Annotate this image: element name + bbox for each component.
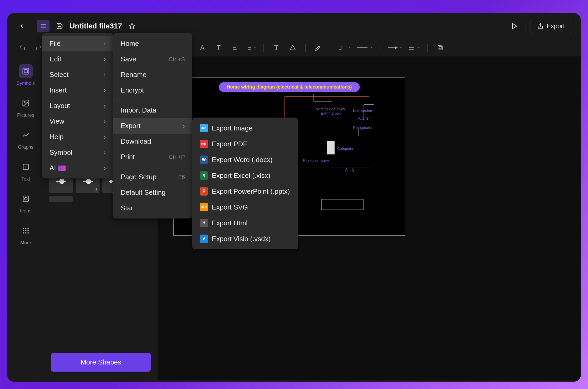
menu-rename[interactable]: Rename [113,67,192,82]
export-button-label: Export [547,22,565,30]
appliance-box [327,141,335,154]
arrow-end-dropdown[interactable] [407,45,420,51]
shortcut-label: Ctrl+P [169,154,185,161]
menu-symbol[interactable]: Symbol› [42,145,113,160]
menu-ai[interactable]: AI› [42,160,113,176]
menu-export[interactable]: Export› [113,118,192,134]
menu-item-label: Export Image [212,124,253,132]
svg-point-37 [23,230,24,231]
menu-export-option[interactable]: WExport Word (.docx) [192,152,298,168]
eyedropper-button[interactable] [312,42,324,54]
svg-rect-27 [24,70,27,73]
menu-encrypt[interactable]: Encrypt [113,82,192,98]
sidebar-item-label: Pictures [17,113,34,118]
chevron-right-icon: › [104,148,106,157]
menu-import-data[interactable]: Import Data [113,103,192,118]
sidebar-item-icons[interactable]: Icons [19,192,33,214]
line-style-dropdown[interactable] [356,45,373,51]
menu-export-option[interactable]: VExport Visio (.vsdx) [192,231,298,247]
chevron-right-icon: › [104,117,106,125]
chevron-right-icon: › [104,133,106,141]
menu-export-option[interactable]: XExport Excel (.xlsx) [192,168,298,183]
svg-marker-16 [371,47,373,48]
file-type-icon: IMG [200,124,208,132]
svg-rect-26 [23,68,29,74]
menu-print[interactable]: PrintCtrl+P [113,149,192,165]
export-icon [537,23,543,29]
sidebar-item-text[interactable]: T Text [19,160,33,182]
more-shapes-button[interactable]: More Shapes [51,353,151,372]
arrow-start-dropdown[interactable] [387,45,403,51]
file-type-icon: H [200,219,208,227]
sidebar-item-symbols[interactable]: Symbols [17,64,35,86]
menu-star[interactable]: Star [113,200,192,216]
back-button[interactable] [17,21,27,31]
file-type-icon: V [200,235,208,243]
sidebar-item-more[interactable]: More [19,224,33,246]
sidebar-item-graphs[interactable]: Graphs [18,128,33,150]
main-menu-button[interactable] [37,20,50,32]
room-label: Refrigerator [353,125,373,130]
chevron-right-icon: › [104,86,106,94]
svg-point-36 [27,228,29,229]
sidebar-item-label: More [20,240,31,246]
more-icon [22,227,30,235]
document-title[interactable]: Untitled file317 [70,22,122,30]
menu-help[interactable]: Help› [42,129,113,145]
menu-page-setup[interactable]: Page SetupF6 [113,169,192,185]
symbols-icon [22,67,30,75]
sidebar-item-label: Icons [20,208,31,214]
svg-point-42 [27,232,29,234]
room-label: Dishwasher [353,108,372,113]
menu-select[interactable]: Select› [42,67,113,82]
sidebar-item-label: Graphs [18,144,33,150]
chevron-right-icon: › [104,55,106,63]
menu-file[interactable]: File› [42,36,113,51]
svg-point-40 [23,232,24,234]
menu-export-option[interactable]: PDFExport PDF [192,136,298,152]
chevron-right-icon: › [104,40,106,48]
save-button[interactable] [54,21,65,31]
menu-insert[interactable]: Insert› [42,82,113,98]
menu-item-label: Export PDF [212,140,247,148]
menu-view[interactable]: View› [42,114,113,129]
graphs-icon [22,131,30,139]
menu-export-option[interactable]: PExport PowerPoint (.pptx) [192,183,298,199]
sidebar-item-pictures[interactable]: Pictures [17,96,34,118]
menu-layout[interactable]: Layout› [42,98,113,114]
menu-default-setting[interactable]: Default Setting [113,185,192,200]
sidebar-item-label: Symbols [17,81,35,86]
svg-marker-14 [349,47,350,48]
connector-dropdown[interactable] [338,45,351,51]
menu-home[interactable]: Home [113,36,192,51]
svg-marker-3 [129,23,135,29]
menu-export-option[interactable]: SVGExport SVG [192,199,298,215]
menu-download[interactable]: Download [113,134,192,149]
svg-rect-24 [438,46,441,49]
menu-item-label: Export Excel (.xlsx) [212,172,271,180]
menu-save[interactable]: SaveCtrl+S [113,51,192,67]
present-button[interactable] [508,20,521,32]
pictures-icon [22,99,30,107]
favorite-button[interactable] [127,21,137,31]
svg-point-34 [23,228,24,229]
file-type-icon: X [200,171,208,180]
export-button[interactable]: Export [531,19,571,33]
text-icon: T [22,163,30,171]
shortcut-label: Ctrl+S [169,56,185,63]
chevron-right-icon: › [104,102,106,110]
layers-button[interactable] [434,42,446,54]
menu-export-option[interactable]: IMGExport Image [192,120,298,136]
menu-item-label: Export SVG [212,203,248,211]
svg-point-33 [24,197,27,200]
undo-button[interactable] [17,42,28,54]
menu-export-option[interactable]: HExport Html [192,215,298,231]
ai-badge-icon [58,166,66,171]
menu-layer: File› Edit› Select› Insert› Layout› View… [42,33,298,249]
room-label: Kitchen [358,116,371,120]
menu-edit[interactable]: Edit› [42,51,113,67]
room-label: Study [345,168,355,172]
sidebar-item-label: Text [21,176,30,182]
file-type-icon: W [200,155,208,164]
svg-point-29 [24,101,25,103]
